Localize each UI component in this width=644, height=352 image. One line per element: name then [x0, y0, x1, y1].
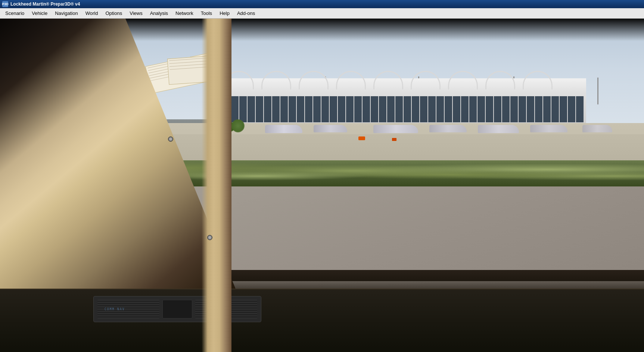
parked-aircraft-3 [373, 125, 418, 133]
menu-bar: Scenario Vehicle Navigation World Option… [0, 8, 644, 19]
app-icon: P3D [2, 1, 8, 7]
menu-vehicle[interactable]: Vehicle [28, 9, 51, 17]
dash-label-area: COMM NAV [105, 308, 125, 311]
light-pole-5 [597, 78, 598, 104]
parked-aircraft-4 [429, 125, 467, 132]
parked-aircraft-2 [314, 125, 347, 132]
cockpit-screw-2 [207, 235, 212, 240]
menu-addons[interactable]: Add-ons [233, 9, 259, 17]
menu-options[interactable]: Options [102, 9, 126, 17]
title-bar: P3D Lockheed Martin® Prepar3D® v4 [0, 0, 644, 8]
dash-label-text: COMM NAV [105, 308, 125, 311]
parked-aircraft-6 [530, 125, 567, 132]
menu-tools[interactable]: Tools [197, 9, 216, 17]
menu-world[interactable]: World [82, 9, 102, 17]
cockpit-window-pillar-right [202, 19, 231, 352]
menu-navigation[interactable]: Navigation [51, 9, 81, 17]
cockpit-screw-1 [168, 136, 173, 142]
tree-cluster-2 [231, 119, 245, 132]
menu-scenario[interactable]: Scenario [1, 9, 28, 17]
title-bar-text: Lockheed Martin® Prepar3D® v4 [10, 1, 80, 7]
menu-help[interactable]: Help [216, 9, 233, 17]
parked-aircraft-5 [478, 125, 519, 133]
parked-aircraft-1 [265, 125, 302, 133]
menu-analysis[interactable]: Analysis [146, 9, 172, 17]
terminal-windows-dark [215, 96, 584, 122]
instrument-housing [162, 300, 192, 318]
menu-network[interactable]: Network [172, 9, 197, 17]
sim-viewport: COMM NAV SERV COMM HIDE S I [0, 19, 644, 352]
parked-aircraft-7 [582, 125, 612, 132]
menu-views[interactable]: Views [126, 9, 146, 17]
ground-vehicle-2 [392, 138, 396, 141]
ground-vehicle-1 [358, 136, 365, 140]
